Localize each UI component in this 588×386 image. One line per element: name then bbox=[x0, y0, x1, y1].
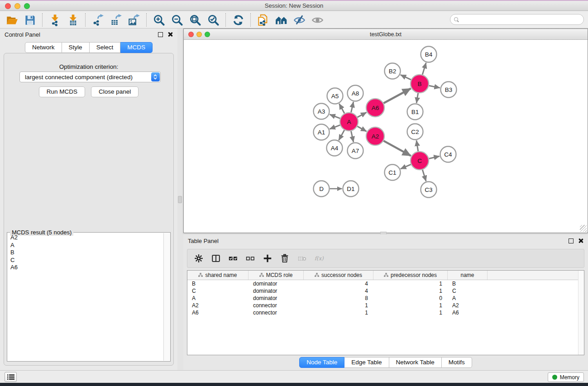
divider-handle[interactable] bbox=[178, 196, 182, 203]
tab-network-table[interactable]: Network Table bbox=[389, 357, 442, 368]
mcds-result-item[interactable]: A bbox=[8, 242, 163, 249]
edge-A-A8[interactable] bbox=[351, 102, 354, 112]
mcds-result-item[interactable]: C bbox=[8, 257, 163, 264]
edge-C-C2[interactable] bbox=[416, 140, 418, 151]
mcds-result-item[interactable]: A2 bbox=[8, 234, 163, 242]
table-close-panel-icon[interactable] bbox=[578, 238, 583, 243]
zoom-fit-icon[interactable] bbox=[186, 12, 204, 28]
edge-C-C3[interactable] bbox=[422, 170, 426, 181]
homes-icon[interactable] bbox=[272, 12, 290, 28]
network-close-button[interactable] bbox=[188, 32, 194, 37]
export-table-icon[interactable] bbox=[107, 12, 125, 28]
export-image-icon[interactable] bbox=[125, 12, 143, 28]
edge-A-A2[interactable] bbox=[357, 126, 366, 131]
select-all-icon[interactable] bbox=[225, 251, 241, 266]
node-B2[interactable]: B2 bbox=[385, 63, 401, 79]
close-panel-icon[interactable] bbox=[167, 32, 173, 37]
node-C[interactable]: C bbox=[411, 152, 429, 170]
zoom-out-icon[interactable] bbox=[168, 12, 186, 28]
close-panel-button[interactable]: Close panel bbox=[91, 86, 139, 97]
settings-icon[interactable] bbox=[191, 251, 206, 266]
delete-table-icon[interactable] bbox=[294, 251, 310, 266]
resize-grip-icon[interactable] bbox=[580, 225, 587, 232]
edge-A-A4[interactable] bbox=[339, 130, 344, 140]
node-A6[interactable]: A6 bbox=[366, 99, 384, 117]
node-A4[interactable]: A4 bbox=[327, 140, 343, 156]
show-details-icon[interactable] bbox=[308, 12, 326, 28]
node-B4[interactable]: B4 bbox=[421, 47, 437, 62]
network-minimize-button[interactable] bbox=[196, 32, 202, 37]
hide-details-icon[interactable] bbox=[290, 12, 308, 28]
edge-B-B2[interactable] bbox=[401, 75, 411, 80]
node-D1[interactable]: D1 bbox=[343, 181, 359, 197]
edge-A-A1[interactable] bbox=[330, 125, 340, 129]
float-panel-icon[interactable] bbox=[158, 32, 163, 37]
edge-A-A6[interactable] bbox=[358, 112, 367, 117]
node-C2[interactable]: C2 bbox=[407, 124, 423, 140]
column-header-predecessor-nodes[interactable]: predecessor nodes bbox=[373, 271, 448, 280]
zoom-window-button[interactable] bbox=[24, 3, 30, 9]
table-row[interactable]: Bdominator41B bbox=[187, 280, 584, 287]
node-C1[interactable]: C1 bbox=[385, 165, 401, 181]
node-A5[interactable]: A5 bbox=[327, 88, 343, 104]
network-zoom-button[interactable] bbox=[205, 32, 210, 37]
network-canvas[interactable]: B4B2BB3A8A5A6B1A3AA1C2A2A4A7C4CC1C3DD1 bbox=[184, 40, 588, 233]
clone-network-icon[interactable] bbox=[254, 12, 272, 28]
edge-B-B1[interactable] bbox=[416, 93, 418, 103]
open-icon[interactable] bbox=[3, 12, 21, 28]
column-header-shared-name[interactable]: shared name bbox=[187, 271, 249, 280]
table-row[interactable]: Cdominator41C bbox=[187, 287, 584, 295]
import-network-icon[interactable] bbox=[46, 12, 64, 28]
edge-A2-C[interactable] bbox=[383, 141, 411, 156]
run-mcds-button[interactable]: Run MCDS bbox=[39, 86, 85, 97]
result-scrollbar[interactable] bbox=[163, 233, 170, 361]
task-history-button[interactable] bbox=[5, 372, 17, 382]
criterion-dropdown[interactable]: largest connected component (directed) bbox=[19, 71, 161, 82]
import-table-icon[interactable] bbox=[64, 12, 82, 28]
tab-node-table[interactable]: Node Table bbox=[299, 357, 344, 368]
tab-mcds[interactable]: MCDS bbox=[120, 42, 153, 53]
zoom-selected-icon[interactable] bbox=[204, 12, 222, 28]
table-row[interactable]: A2connector11A2 bbox=[187, 302, 584, 309]
edge-B-B3[interactable] bbox=[429, 86, 440, 88]
minimize-window-button[interactable] bbox=[14, 3, 20, 9]
edge-C-C1[interactable] bbox=[401, 164, 411, 169]
table-row[interactable]: Adominator80A bbox=[187, 295, 584, 302]
save-icon[interactable] bbox=[21, 12, 39, 28]
table-row[interactable]: A6connector11A6 bbox=[187, 309, 584, 316]
edge-B-B4[interactable] bbox=[422, 63, 426, 75]
mcds-result-item[interactable]: A6 bbox=[8, 264, 163, 272]
fx-icon[interactable]: f(x) bbox=[311, 251, 327, 266]
zoom-in-icon[interactable] bbox=[150, 12, 168, 28]
tab-select[interactable]: Select bbox=[90, 42, 121, 53]
panel-divider[interactable] bbox=[177, 29, 183, 370]
refresh-icon[interactable] bbox=[229, 12, 247, 28]
node-A8[interactable]: A8 bbox=[348, 86, 363, 101]
node-B[interactable]: B bbox=[411, 75, 429, 93]
edge-A6-B[interactable] bbox=[383, 88, 411, 103]
add-icon[interactable] bbox=[260, 251, 275, 266]
node-A[interactable]: A bbox=[340, 113, 358, 131]
node-C4[interactable]: C4 bbox=[440, 147, 456, 162]
column-header-MCDS-role[interactable]: MCDS role bbox=[249, 271, 304, 280]
edge-A-A5[interactable] bbox=[339, 104, 344, 113]
column-header-name[interactable]: name bbox=[448, 271, 488, 280]
tab-motifs[interactable]: Motifs bbox=[442, 357, 472, 368]
node-C3[interactable]: C3 bbox=[421, 182, 437, 198]
table-scrollbar[interactable] bbox=[578, 271, 584, 355]
deselect-all-icon[interactable] bbox=[243, 251, 258, 266]
delete-icon[interactable] bbox=[277, 251, 292, 266]
edge-A-A3[interactable] bbox=[330, 114, 340, 119]
columns-icon[interactable] bbox=[208, 251, 224, 266]
export-network-icon[interactable] bbox=[89, 12, 107, 28]
tab-network[interactable]: Network bbox=[25, 42, 62, 53]
node-A1[interactable]: A1 bbox=[314, 124, 330, 140]
edge-C-C4[interactable] bbox=[429, 156, 439, 158]
search-input[interactable] bbox=[461, 15, 583, 24]
tab-style[interactable]: Style bbox=[62, 42, 90, 53]
node-D[interactable]: D bbox=[314, 181, 330, 197]
edge-A-A7[interactable] bbox=[351, 131, 353, 142]
table-float-panel-icon[interactable] bbox=[569, 238, 574, 243]
node-B3[interactable]: B3 bbox=[441, 82, 457, 98]
memory-button[interactable]: Memory bbox=[548, 372, 584, 382]
